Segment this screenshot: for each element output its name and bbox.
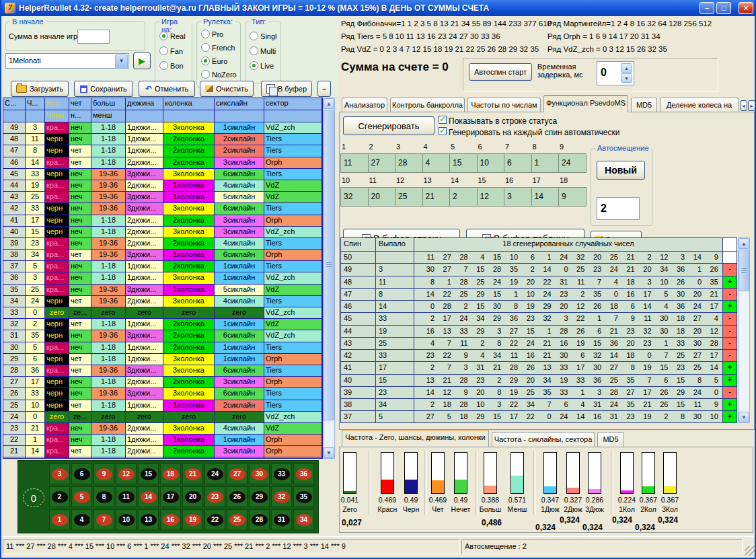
grid-value-cell[interactable]: 12 <box>477 187 505 207</box>
radio-option-french[interactable]: French <box>201 43 235 52</box>
board-cell-27[interactable]: 27 <box>227 463 248 484</box>
generated-table-scrollbar[interactable]: ▲ ▼ <box>738 237 750 423</box>
table-row[interactable]: 4614кра...чет1-182дюжи...2колонка3сиклай… <box>3 157 322 169</box>
board-cell-zero[interactable]: 0 <box>21 485 46 511</box>
table-row[interactable]: 240zeroze...zerozerozerozeroVdZ_zch <box>3 412 322 423</box>
radio-option-euro[interactable]: Euro <box>201 57 227 65</box>
table-row[interactable]: 3923кра...неч19-362дюжи...2колонка4сикла… <box>3 238 322 250</box>
board-cell-31[interactable]: 31 <box>271 509 292 530</box>
generated-row[interactable]: 46140282153081929201226186144362417+ <box>341 301 736 313</box>
table-row[interactable]: 2014кра...чет1-182дюжи...2колонка3сиклай… <box>3 457 322 459</box>
autospin-start-button[interactable]: Автоспин старт <box>469 63 532 81</box>
start-sum-input[interactable] <box>77 30 110 44</box>
tab-2[interactable]: Контроль банкролла <box>390 98 465 112</box>
board-cell-15[interactable]: 15 <box>138 463 159 484</box>
scroll-up-icon[interactable]: ▲ <box>324 98 334 109</box>
board-cell-34[interactable]: 34 <box>293 509 314 530</box>
table-row[interactable]: 2114кра...чет1-182дюжи...2колонка3сиклай… <box>3 446 322 457</box>
maximize-button[interactable]: □ <box>716 2 731 14</box>
table-row[interactable]: 4419кра...неч19-362дюжи...1колонка4сикла… <box>3 180 322 192</box>
table-row[interactable]: 305кра...неч1-181дюжи...2колонка1сиклайн… <box>3 342 322 354</box>
table-row[interactable]: 4533черннеч19-363дюжи...3колонка6сиклайн… <box>3 169 322 180</box>
board-cell-18[interactable]: 18 <box>160 463 181 484</box>
table-row[interactable]: 2836кра...чет19-363дюжи...3колонка6сикла… <box>3 365 322 377</box>
save-button[interactable]: Сохранить <box>74 81 133 97</box>
history-scrollbar[interactable]: ▲ ▼ <box>323 98 335 459</box>
history-table[interactable]: С...Ч...Кра...четбольшдюжинаколонкасиксл… <box>3 98 323 459</box>
board-cell-14[interactable]: 14 <box>138 486 159 507</box>
radio-icon[interactable] <box>201 57 210 65</box>
radio-option-singl[interactable]: Singl <box>250 32 277 40</box>
table-row[interactable]: 4811черннеч1-181дюжи...2колонка2сиклайнT… <box>3 134 322 145</box>
board-cell-30[interactable]: 30 <box>249 463 270 484</box>
radio-icon[interactable] <box>201 70 210 79</box>
history-scrollbar-thumb[interactable] <box>324 110 334 420</box>
table-row[interactable]: 322чернчет1-181дюжи...2колонка1сиклайнVd… <box>3 319 322 330</box>
radio-icon[interactable] <box>250 32 258 40</box>
freq-tab-2[interactable]: Частота - сиклайны, сектора <box>492 432 595 447</box>
tab-scroll-right-icon[interactable]: ► <box>748 100 755 111</box>
board-cell-12[interactable]: 12 <box>116 463 137 484</box>
auto-generate-checkbox[interactable]: Генерировать на каждый спин автоматическ… <box>439 127 619 137</box>
grid-value-cell[interactable]: 1 <box>531 153 560 173</box>
table-row[interactable]: 3834кра...чет19-363дюжи...1колонка6сикла… <box>3 250 322 261</box>
collapse-button[interactable]: – <box>317 81 331 97</box>
board-cell-7[interactable]: 7 <box>93 509 114 530</box>
show-status-checkbox[interactable]: Показывать в строке статуса <box>439 116 557 126</box>
table-row[interactable]: 4117черннеч1-182дюжи...2колонка3сиклайнO… <box>3 215 322 227</box>
tab-6[interactable]: Деление колеса на <box>660 98 739 112</box>
minimize-button[interactable]: – <box>700 2 714 14</box>
table-row[interactable]: 2633черннеч19-363дюжи...3колонка6сиклайн… <box>3 388 322 400</box>
generated-row[interactable]: 4533217243429362332322179113018274- <box>341 313 736 325</box>
radio-icon[interactable] <box>159 46 168 55</box>
table-row[interactable]: 363кра...неч1-181дюжи...3колонка1сиклайн… <box>3 272 322 284</box>
grid-value-cell[interactable]: 10 <box>477 153 505 173</box>
clear-button[interactable]: Очистить <box>200 81 254 97</box>
board-cell-10[interactable]: 10 <box>116 509 137 530</box>
board-cell-11[interactable]: 11 <box>116 486 137 507</box>
board-cell-25[interactable]: 25 <box>227 509 248 530</box>
board-cell-36[interactable]: 36 <box>293 463 314 484</box>
grid-value-cell[interactable]: 25 <box>395 187 423 207</box>
table-row[interactable]: 221кра...неч1-181дюжи...1колонка1сиклайн… <box>3 435 322 446</box>
generated-scrollbar-thumb[interactable] <box>739 250 749 291</box>
spinner-down-icon[interactable]: ▼ <box>621 73 632 83</box>
title-bar[interactable]: 7 HelperRoullet 4.32- create helperroull… <box>1 0 756 16</box>
board-cell-1[interactable]: 1 <box>49 509 70 530</box>
table-row[interactable]: 2510чернчет1-181дюжи...1колонка2сиклайнT… <box>3 400 322 412</box>
table-row[interactable]: 4325кра...неч19-363дюжи...1колонка5сикла… <box>3 192 322 203</box>
freq-tab-1[interactable]: Частота - Zero, шансы, дюжины, колонки <box>342 429 489 447</box>
table-row[interactable]: 2717черннеч1-182дюжи...2колонка3сиклайнO… <box>3 377 322 388</box>
tab-4[interactable]: Функционал PsevdoMS <box>543 95 628 112</box>
radio-icon[interactable] <box>250 46 258 55</box>
radio-icon[interactable] <box>159 32 168 40</box>
resize-grip[interactable] <box>745 546 755 556</box>
grid-value-cell[interactable]: 27 <box>368 153 396 173</box>
new-shift-button[interactable]: Новый <box>597 161 645 180</box>
undo-button[interactable]: ↶Отменить <box>139 81 195 97</box>
radio-icon[interactable] <box>201 43 210 52</box>
table-row[interactable]: 3525кра...неч19-363дюжи...1колонка5сикла… <box>3 285 322 296</box>
to-buffer-button[interactable]: В буфер <box>261 81 312 97</box>
tab-5[interactable]: MD5 <box>631 98 657 112</box>
grid-value-cell[interactable]: 4 <box>422 153 451 173</box>
board-cell-17[interactable]: 17 <box>160 486 181 507</box>
table-row[interactable]: 296чернчет1-181дюжи...3колонка1сиклайнOr… <box>3 354 322 365</box>
table-row[interactable]: 3424чернчет19-362дюжи...3колонка4сиклайн… <box>3 296 322 307</box>
table-row[interactable]: 330zeroze...zerozerozerozeroVdZ_zch <box>3 307 322 319</box>
board-cell-26[interactable]: 26 <box>227 486 248 507</box>
autoshift-value-input[interactable]: 2 <box>597 197 640 220</box>
grid-value-cell[interactable]: 24 <box>558 153 587 173</box>
run-profile-button[interactable]: ▶ <box>133 52 151 69</box>
board-cell-3[interactable]: 3 <box>49 463 70 484</box>
table-row[interactable]: 375кра...неч1-181дюжи...2колонка1сиклайн… <box>3 261 322 272</box>
tab-1[interactable]: Анализатор <box>342 98 387 112</box>
grid-value-cell[interactable]: 21 <box>422 187 451 207</box>
generated-row[interactable]: 49330277152835214025232421203436126- <box>341 264 736 276</box>
profile-combobox[interactable]: 1Melonati ▼ <box>5 53 129 69</box>
radio-option-fan[interactable]: Fan <box>159 46 183 55</box>
generated-row[interactable]: 40151321282322920341933362535761585+ <box>341 375 736 387</box>
spinner-up-icon[interactable]: ▲ <box>621 63 632 73</box>
generated-row[interactable]: 37527518291517220241416312319283010+ <box>341 411 736 423</box>
generated-row[interactable]: 4811812825241920223111741831026035+ <box>341 276 736 289</box>
